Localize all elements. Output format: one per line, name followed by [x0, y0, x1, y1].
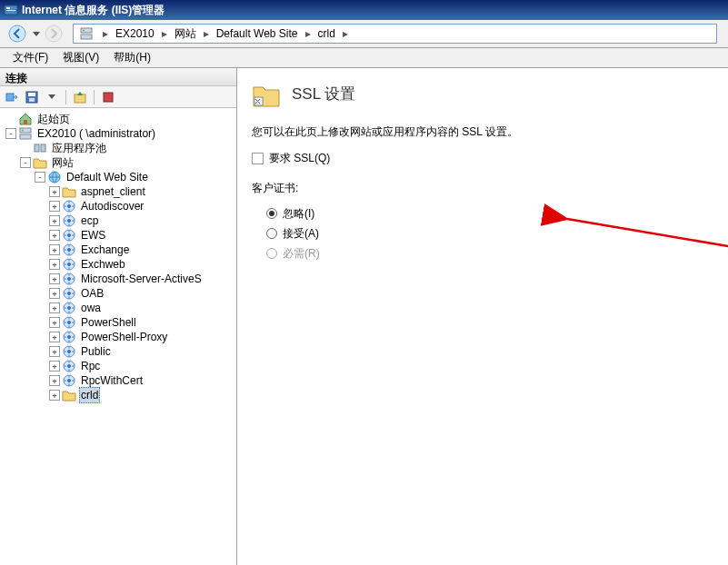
tree-server-node[interactable]: - EX2010 ( \administrator)	[0, 126, 236, 141]
window-title: Internet 信息服务 (IIS)管理器	[22, 3, 165, 18]
connections-tree[interactable]: 起始页 - EX2010 ( \administrator)	[0, 108, 236, 565]
breadcrumb-separator: ▸	[204, 27, 209, 40]
tree-site-child[interactable]: +aspnet_client	[0, 184, 236, 199]
svg-point-46	[67, 379, 71, 382]
expander-expand[interactable]: +	[49, 332, 60, 342]
expander-expand[interactable]: +	[49, 361, 60, 372]
breadcrumb[interactable]: ▸ EX2010 ▸ 网站 ▸ Default Web Site ▸ crld …	[73, 24, 717, 44]
expander-expand[interactable]: +	[49, 375, 60, 386]
expander-expand[interactable]: +	[49, 201, 60, 212]
tree-site-child[interactable]: +PowerShell-Proxy	[0, 330, 236, 344]
app-icon	[62, 330, 76, 344]
tree-start-page[interactable]: 起始页	[0, 112, 236, 126]
tree-item-label: owa	[79, 301, 103, 315]
svg-rect-19	[41, 144, 45, 152]
tree-item-label: EX2010 ( \administrator)	[35, 126, 157, 141]
svg-point-7	[83, 30, 85, 32]
tree-site-child[interactable]: +Autodiscover	[0, 199, 236, 213]
up-button[interactable]	[72, 89, 88, 105]
menu-view[interactable]: 视图(V)	[55, 48, 106, 67]
svg-point-24	[67, 219, 71, 223]
svg-rect-5	[81, 28, 92, 33]
app-icon	[62, 243, 76, 257]
tree-site-child[interactable]: +Exchweb	[0, 257, 236, 272]
expander-expand[interactable]: +	[49, 215, 60, 226]
connections-sidebar: 连接 起始页	[0, 68, 237, 565]
tree-default-site[interactable]: - Default Web Site	[0, 170, 236, 184]
expander-expand[interactable]: +	[49, 346, 60, 357]
tree-site-child[interactable]: +OAB	[0, 286, 236, 301]
ssl-settings-icon	[252, 79, 281, 108]
toolbar-dropdown[interactable]	[44, 89, 60, 105]
svg-point-42	[67, 350, 71, 353]
expander-collapse[interactable]: -	[5, 128, 16, 139]
breadcrumb-separator: ▸	[343, 27, 348, 40]
tree-item-label: Exchange	[79, 243, 131, 257]
svg-rect-10	[28, 93, 35, 96]
tree-site-child[interactable]: +Public	[0, 344, 236, 359]
connect-button[interactable]	[4, 89, 20, 105]
breadcrumb-item-4[interactable]: crld	[316, 27, 337, 40]
breadcrumb-item-3[interactable]: Default Web Site	[214, 27, 300, 40]
tree-item-label: OAB	[79, 286, 105, 301]
radio-option-ignore[interactable]: 忽略(I)	[266, 203, 713, 223]
expander-expand[interactable]: +	[49, 390, 60, 401]
tree-site-child[interactable]: +Rpc	[0, 359, 236, 373]
radio-button[interactable]	[266, 228, 277, 239]
expander-expand[interactable]: +	[49, 186, 60, 197]
expander-collapse[interactable]: -	[20, 157, 31, 168]
menu-help[interactable]: 帮助(H)	[106, 48, 158, 67]
breadcrumb-separator: ▸	[305, 27, 311, 40]
sidebar-toolbar	[0, 86, 236, 108]
save-button[interactable]	[24, 89, 40, 105]
svg-rect-13	[104, 93, 113, 102]
expander-expand[interactable]: +	[49, 317, 60, 328]
expander-expand[interactable]: +	[49, 288, 60, 299]
radio-button[interactable]	[266, 208, 277, 219]
require-ssl-checkbox[interactable]	[252, 153, 264, 164]
breadcrumb-item-1[interactable]: EX2010	[114, 27, 156, 40]
require-ssl-label: 要求 SSL(Q)	[269, 151, 330, 166]
expander-expand[interactable]: +	[49, 302, 60, 313]
svg-rect-1	[6, 7, 10, 9]
expander-expand[interactable]: +	[49, 230, 60, 241]
svg-point-28	[67, 248, 71, 252]
tree-site-child[interactable]: +ecp	[0, 213, 236, 228]
stop-button[interactable]	[100, 89, 116, 105]
tree-site-child[interactable]: +Exchange	[0, 243, 236, 257]
nav-back-dropdown[interactable]	[31, 23, 42, 45]
tree-item-label: Default Web Site	[65, 170, 150, 184]
tree-sites[interactable]: - 网站	[0, 155, 236, 170]
app-icon	[62, 257, 76, 272]
svg-rect-8	[6, 94, 14, 101]
svg-point-36	[67, 306, 71, 310]
tree-item-label: 起始页	[35, 112, 72, 126]
radio-option-accept[interactable]: 接受(A)	[266, 223, 713, 243]
svg-point-34	[67, 292, 71, 295]
tree-site-child[interactable]: +PowerShell	[0, 315, 236, 330]
breadcrumb-item-2[interactable]: 网站	[173, 26, 198, 42]
tree-site-child[interactable]: +RpcWithCert	[0, 373, 236, 388]
require-ssl-row[interactable]: 要求 SSL(Q)	[252, 151, 713, 166]
globe-icon	[47, 170, 62, 184]
tree-site-child[interactable]: +crld	[0, 388, 236, 402]
tree-item-label: Rpc	[79, 359, 102, 373]
tree-site-child[interactable]: +owa	[0, 301, 236, 315]
expander-expand[interactable]: +	[49, 273, 60, 284]
tree-app-pools[interactable]: 应用程序池	[0, 141, 236, 155]
tree-site-child[interactable]: +EWS	[0, 228, 236, 243]
expander-none	[20, 143, 31, 154]
menu-file[interactable]: 文件(F)	[5, 48, 55, 67]
tree-item-label: 网站	[50, 155, 75, 170]
nav-back-button[interactable]	[5, 23, 29, 45]
svg-rect-6	[81, 35, 92, 39]
radio-button	[266, 248, 277, 259]
expander-expand[interactable]: +	[49, 244, 60, 255]
tree-site-child[interactable]: +Microsoft-Server-ActiveS	[0, 272, 236, 286]
app-icon	[62, 373, 76, 388]
svg-point-17	[22, 130, 24, 132]
svg-point-30	[67, 263, 71, 266]
expander-collapse[interactable]: -	[35, 172, 45, 183]
page-description: 您可以在此页上修改网站或应用程序内容的 SSL 设置。	[252, 124, 713, 140]
expander-expand[interactable]: +	[49, 259, 60, 270]
